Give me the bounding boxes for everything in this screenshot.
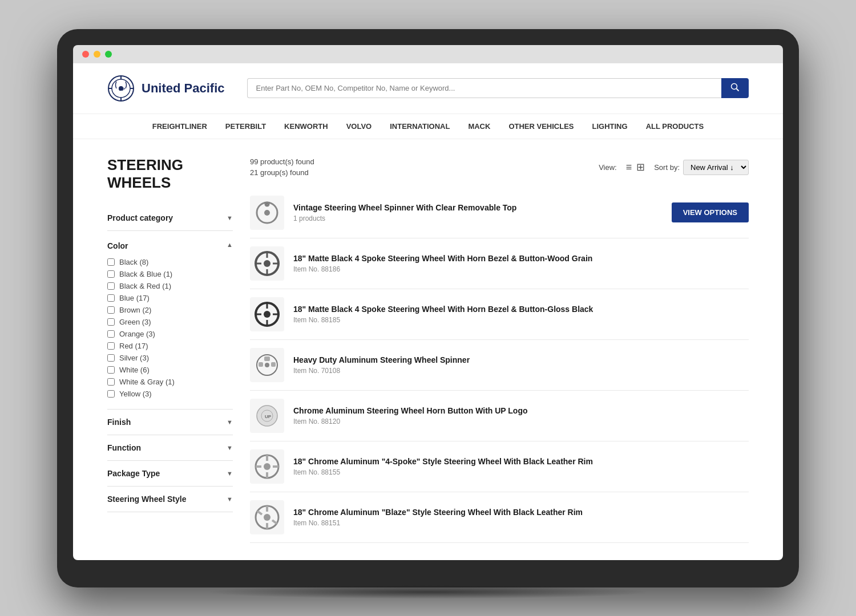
filter-color-header[interactable]: Color ▲: [107, 237, 233, 253]
product-name-5: Chrome Aluminum Steering Wheel Horn Butt…: [293, 406, 749, 415]
product-thumbnail-5: UP: [253, 402, 281, 430]
filter-color-white[interactable]: White (6): [107, 364, 233, 376]
search-input[interactable]: [247, 78, 721, 98]
filter-color-green[interactable]: Green (3): [107, 316, 233, 328]
view-sort: View: ≡ ⊞ Sort by: New Arrival ↓: [599, 160, 749, 175]
logo-area: UP United Pacific: [107, 75, 224, 102]
product-image-2: [250, 246, 284, 281]
filter-color-blue-checkbox[interactable]: [107, 294, 115, 302]
search-button[interactable]: [721, 78, 749, 98]
filter-steering-wheel-style-header[interactable]: Steering Wheel Style ▼: [107, 492, 233, 506]
nav-volvo[interactable]: VOLVO: [346, 122, 372, 131]
sort-area: Sort by: New Arrival ↓: [654, 160, 749, 175]
filter-color-yellow[interactable]: Yellow (3): [107, 388, 233, 400]
svg-point-15: [264, 260, 270, 267]
product-image-4: [250, 348, 284, 382]
grid-view-icon[interactable]: ⊞: [636, 161, 645, 173]
svg-rect-28: [259, 362, 263, 367]
filter-function-header[interactable]: Function ▼: [107, 441, 233, 455]
filter-color-brown[interactable]: Brown (2): [107, 304, 233, 316]
product-image-3: [250, 297, 284, 331]
filter-steering-wheel-style: Steering Wheel Style ▼: [107, 487, 233, 512]
nav-other-vehicles[interactable]: OTHER VEHICLES: [508, 122, 574, 131]
filter-finish-header[interactable]: Finish ▼: [107, 415, 233, 429]
svg-point-35: [264, 463, 270, 470]
brand-name: United Pacific: [142, 81, 224, 96]
filter-package-type-header[interactable]: Package Type ▼: [107, 467, 233, 480]
sort-select[interactable]: New Arrival ↓: [683, 160, 749, 175]
filter-color-items: Black (8) Black & Blue (1) Black & Red (…: [107, 253, 233, 403]
nav-mack[interactable]: MACK: [468, 122, 490, 131]
list-view-icon[interactable]: ≡: [626, 161, 632, 173]
filter-package-type-label: Package Type: [107, 469, 160, 478]
filter-color-white-gray-checkbox[interactable]: [107, 378, 115, 386]
product-image-7: [250, 500, 284, 534]
filter-color-green-checkbox[interactable]: [107, 318, 115, 326]
filter-color-orange-label: Orange (3): [119, 330, 155, 338]
svg-line-44: [257, 511, 262, 514]
table-row: Heavy Duty Aluminum Steering Wheel Spinn…: [250, 340, 749, 391]
minimize-dot[interactable]: [94, 51, 100, 58]
filter-color-silver-label: Silver (3): [119, 354, 149, 362]
close-dot[interactable]: [82, 51, 89, 58]
filter-color-white-gray[interactable]: White & Gray (1): [107, 376, 233, 388]
svg-point-30: [265, 363, 269, 367]
filter-product-category-label: Product category: [107, 213, 173, 222]
filter-color-black-checkbox[interactable]: [107, 258, 115, 266]
filter-package-type: Package Type ▼: [107, 461, 233, 487]
product-thumbnail-1: [253, 198, 281, 227]
device-frame: UP United Pacific FREIGHTLINER PETERBILT…: [57, 29, 799, 587]
filter-color-green-label: Green (3): [119, 318, 151, 326]
filter-color-red-label: Red (17): [119, 342, 148, 350]
title-bar: [73, 45, 783, 63]
product-sub-2: Item No. 88186: [293, 265, 749, 273]
filter-color-black-red-checkbox[interactable]: [107, 282, 115, 290]
filter-color-silver[interactable]: Silver (3): [107, 352, 233, 364]
brand-logo-icon: UP: [107, 75, 135, 102]
product-name-4: Heavy Duty Aluminum Steering Wheel Spinn…: [293, 355, 749, 364]
product-name-1: Vintage Steering Wheel Spinner With Clea…: [293, 203, 663, 212]
svg-text:UP: UP: [265, 414, 272, 419]
filter-color-black-blue[interactable]: Black & Blue (1): [107, 268, 233, 280]
product-info-3: 18" Matte Black 4 Spoke Steering Wheel W…: [293, 305, 749, 324]
product-sub-4: Item No. 70108: [293, 367, 749, 375]
filter-color-orange-checkbox[interactable]: [107, 330, 115, 338]
filter-color-red[interactable]: Red (17): [107, 340, 233, 352]
svg-point-21: [264, 311, 270, 318]
search-bar: [247, 78, 749, 98]
browser-content: UP United Pacific FREIGHTLINER PETERBILT…: [73, 63, 783, 560]
filter-color-black-red[interactable]: Black & Red (1): [107, 280, 233, 292]
filter-color-black-blue-checkbox[interactable]: [107, 270, 115, 278]
nav-freightliner[interactable]: FREIGHTLINER: [152, 122, 207, 131]
view-options-button-1[interactable]: VIEW OPTIONS: [672, 202, 749, 222]
nav-all-products[interactable]: ALL PRODUCTS: [646, 122, 704, 131]
filter-product-category-chevron: ▼: [227, 214, 233, 221]
svg-point-11: [264, 210, 270, 216]
maximize-dot[interactable]: [105, 51, 112, 58]
filter-color-orange[interactable]: Orange (3): [107, 328, 233, 340]
filter-color-black[interactable]: Black (8): [107, 256, 233, 268]
nav-kenworth[interactable]: KENWORTH: [284, 122, 328, 131]
filter-color-yellow-checkbox[interactable]: [107, 390, 115, 398]
nav-peterbilt[interactable]: PETERBILT: [225, 122, 266, 131]
results-header: 99 product(s) found 21 group(s) found Vi…: [250, 156, 749, 179]
product-sub-3: Item No. 88185: [293, 316, 749, 324]
filter-color-red-checkbox[interactable]: [107, 342, 115, 350]
filter-function: Function ▼: [107, 435, 233, 461]
filter-color-white-checkbox[interactable]: [107, 366, 115, 374]
filter-color-blue[interactable]: Blue (17): [107, 292, 233, 304]
product-name-3: 18" Matte Black 4 Spoke Steering Wheel W…: [293, 305, 749, 314]
filter-color-brown-checkbox[interactable]: [107, 306, 115, 314]
nav-lighting[interactable]: LIGHTING: [592, 122, 628, 131]
product-info-2: 18" Matte Black 4 Spoke Steering Wheel W…: [293, 254, 749, 273]
filter-color-label: Color: [107, 241, 128, 250]
table-row: 18" Chrome Aluminum "4-Spoke" Style Stee…: [250, 441, 749, 492]
filter-color-white-gray-label: White & Gray (1): [119, 378, 175, 386]
filter-product-category-header[interactable]: Product category ▼: [107, 211, 233, 225]
filter-color: Color ▲ Black (8) Black & Blue (1): [107, 231, 233, 410]
filter-color-silver-checkbox[interactable]: [107, 354, 115, 362]
filter-steering-wheel-style-chevron: ▼: [227, 496, 233, 502]
view-icons: ≡ ⊞: [626, 161, 645, 173]
nav-international[interactable]: INTERNATIONAL: [390, 122, 450, 131]
page-title: STEERING WHEELS: [107, 156, 233, 192]
